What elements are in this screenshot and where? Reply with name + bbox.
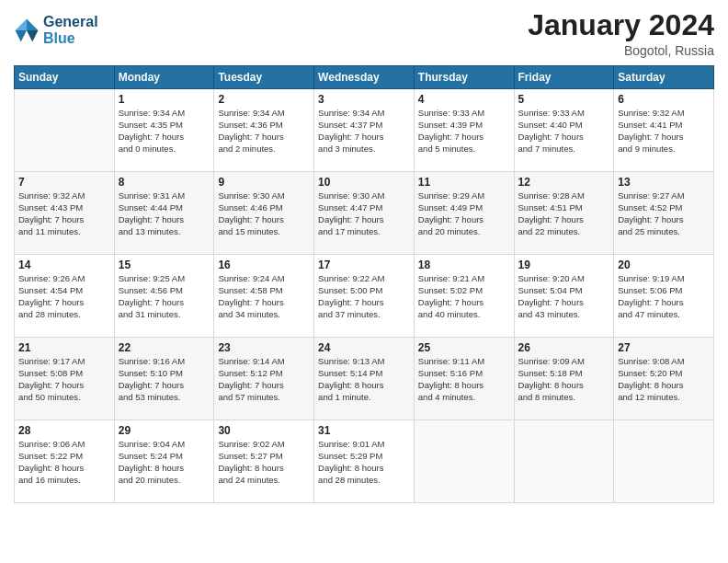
day-number: 5 xyxy=(518,93,610,106)
day-number: 18 xyxy=(418,259,510,271)
day-header-monday: Monday xyxy=(114,66,214,89)
logo: General Blue xyxy=(14,14,98,46)
day-info: Sunrise: 9:04 AMSunset: 5:24 PMDaylight:… xyxy=(119,439,210,486)
day-number: 2 xyxy=(218,93,310,106)
calendar-cell: 10Sunrise: 9:30 AMSunset: 4:47 PMDayligh… xyxy=(314,172,415,255)
week-row-3: 14Sunrise: 9:26 AMSunset: 4:54 PMDayligh… xyxy=(15,255,714,338)
calendar-cell: 13Sunrise: 9:27 AMSunset: 4:52 PMDayligh… xyxy=(614,172,714,255)
day-info: Sunrise: 9:08 AMSunset: 5:20 PMDaylight:… xyxy=(618,356,710,403)
week-row-1: 1Sunrise: 9:34 AMSunset: 4:35 PMDaylight… xyxy=(15,89,714,172)
calendar-cell: 12Sunrise: 9:28 AMSunset: 4:51 PMDayligh… xyxy=(514,172,614,255)
day-info: Sunrise: 9:24 AMSunset: 4:58 PMDaylight:… xyxy=(218,273,310,320)
day-info: Sunrise: 9:33 AMSunset: 4:40 PMDaylight:… xyxy=(518,108,610,155)
week-row-2: 7Sunrise: 9:32 AMSunset: 4:43 PMDaylight… xyxy=(15,172,714,255)
day-number: 26 xyxy=(518,341,610,354)
days-header-row: SundayMondayTuesdayWednesdayThursdayFrid… xyxy=(15,66,714,89)
day-number: 4 xyxy=(418,93,510,106)
calendar-cell: 22Sunrise: 9:16 AMSunset: 5:10 PMDayligh… xyxy=(114,338,214,420)
calendar-cell: 7Sunrise: 9:32 AMSunset: 4:43 PMDaylight… xyxy=(15,172,115,255)
day-number: 8 xyxy=(119,176,210,189)
day-number: 24 xyxy=(318,341,410,354)
svg-marker-3 xyxy=(16,30,27,41)
calendar-cell xyxy=(514,420,614,503)
day-info: Sunrise: 9:34 AMSunset: 4:35 PMDaylight:… xyxy=(119,108,210,155)
day-number: 27 xyxy=(618,341,710,354)
day-number: 1 xyxy=(119,93,210,106)
calendar-cell xyxy=(414,420,514,503)
calendar-cell: 20Sunrise: 9:19 AMSunset: 5:06 PMDayligh… xyxy=(614,255,714,338)
calendar-cell: 4Sunrise: 9:33 AMSunset: 4:39 PMDaylight… xyxy=(414,89,514,172)
day-info: Sunrise: 9:31 AMSunset: 4:44 PMDaylight:… xyxy=(119,190,210,237)
day-number: 29 xyxy=(119,424,210,437)
calendar-cell: 16Sunrise: 9:24 AMSunset: 4:58 PMDayligh… xyxy=(214,255,314,338)
calendar-cell: 21Sunrise: 9:17 AMSunset: 5:08 PMDayligh… xyxy=(15,338,115,420)
calendar-cell: 31Sunrise: 9:01 AMSunset: 5:29 PMDayligh… xyxy=(314,420,415,503)
day-info: Sunrise: 9:27 AMSunset: 4:52 PMDaylight:… xyxy=(618,190,710,237)
day-info: Sunrise: 9:30 AMSunset: 4:46 PMDaylight:… xyxy=(218,190,310,237)
calendar-cell: 11Sunrise: 9:29 AMSunset: 4:49 PMDayligh… xyxy=(414,172,514,255)
calendar-cell: 27Sunrise: 9:08 AMSunset: 5:20 PMDayligh… xyxy=(614,338,714,420)
day-info: Sunrise: 9:34 AMSunset: 4:37 PMDaylight:… xyxy=(318,108,410,155)
day-info: Sunrise: 9:09 AMSunset: 5:18 PMDaylight:… xyxy=(518,356,610,403)
calendar-cell: 1Sunrise: 9:34 AMSunset: 4:35 PMDaylight… xyxy=(114,89,214,172)
calendar-cell: 6Sunrise: 9:32 AMSunset: 4:41 PMDaylight… xyxy=(614,89,714,172)
calendar-cell: 9Sunrise: 9:30 AMSunset: 4:46 PMDaylight… xyxy=(214,172,314,255)
month-title: January 2024 xyxy=(528,9,714,41)
calendar-cell: 28Sunrise: 9:06 AMSunset: 5:22 PMDayligh… xyxy=(15,420,115,503)
day-number: 28 xyxy=(18,424,110,437)
day-info: Sunrise: 9:28 AMSunset: 4:51 PMDaylight:… xyxy=(518,190,610,237)
day-number: 11 xyxy=(418,176,510,189)
svg-marker-1 xyxy=(27,30,38,41)
day-number: 10 xyxy=(318,176,410,189)
day-info: Sunrise: 9:29 AMSunset: 4:49 PMDaylight:… xyxy=(418,190,510,237)
calendar-cell: 17Sunrise: 9:22 AMSunset: 5:00 PMDayligh… xyxy=(314,255,415,338)
day-info: Sunrise: 9:16 AMSunset: 5:10 PMDaylight:… xyxy=(119,356,210,403)
day-info: Sunrise: 9:14 AMSunset: 5:12 PMDaylight:… xyxy=(218,356,310,403)
day-info: Sunrise: 9:30 AMSunset: 4:47 PMDaylight:… xyxy=(318,190,410,237)
calendar-cell: 25Sunrise: 9:11 AMSunset: 5:16 PMDayligh… xyxy=(414,338,514,420)
day-number: 19 xyxy=(518,259,610,271)
calendar-cell: 5Sunrise: 9:33 AMSunset: 4:40 PMDaylight… xyxy=(514,89,614,172)
day-info: Sunrise: 9:22 AMSunset: 5:00 PMDaylight:… xyxy=(318,273,410,320)
calendar-table: SundayMondayTuesdayWednesdayThursdayFrid… xyxy=(14,65,714,503)
page: General Blue January 2024 Bogotol, Russi… xyxy=(0,0,728,563)
day-info: Sunrise: 9:06 AMSunset: 5:22 PMDaylight:… xyxy=(18,439,110,486)
day-number: 13 xyxy=(618,176,710,189)
day-info: Sunrise: 9:32 AMSunset: 4:43 PMDaylight:… xyxy=(18,190,110,237)
day-header-tuesday: Tuesday xyxy=(214,66,314,89)
calendar-cell: 18Sunrise: 9:21 AMSunset: 5:02 PMDayligh… xyxy=(414,255,514,338)
location: Bogotol, Russia xyxy=(528,43,714,58)
day-info: Sunrise: 9:32 AMSunset: 4:41 PMDaylight:… xyxy=(618,108,710,155)
svg-marker-2 xyxy=(16,18,27,29)
day-info: Sunrise: 9:33 AMSunset: 4:39 PMDaylight:… xyxy=(418,108,510,155)
logo-blue: Blue xyxy=(43,30,98,47)
week-row-5: 28Sunrise: 9:06 AMSunset: 5:22 PMDayligh… xyxy=(15,420,714,503)
calendar-cell xyxy=(15,89,115,172)
day-number: 22 xyxy=(119,341,210,354)
day-info: Sunrise: 9:34 AMSunset: 4:36 PMDaylight:… xyxy=(218,108,310,155)
day-header-wednesday: Wednesday xyxy=(314,66,415,89)
svg-marker-0 xyxy=(27,18,38,29)
logo-icon xyxy=(14,17,40,43)
day-header-sunday: Sunday xyxy=(15,66,115,89)
day-number: 6 xyxy=(618,93,710,106)
day-number: 7 xyxy=(18,176,110,189)
day-number: 20 xyxy=(618,259,710,271)
calendar-cell: 3Sunrise: 9:34 AMSunset: 4:37 PMDaylight… xyxy=(314,89,415,172)
day-header-friday: Friday xyxy=(514,66,614,89)
logo-general: General xyxy=(43,14,98,30)
calendar-cell: 29Sunrise: 9:04 AMSunset: 5:24 PMDayligh… xyxy=(114,420,214,503)
day-number: 21 xyxy=(18,341,110,354)
day-info: Sunrise: 9:02 AMSunset: 5:27 PMDaylight:… xyxy=(218,439,310,486)
day-number: 15 xyxy=(119,259,210,271)
day-number: 30 xyxy=(218,424,310,437)
day-info: Sunrise: 9:19 AMSunset: 5:06 PMDaylight:… xyxy=(618,273,710,320)
header: General Blue January 2024 Bogotol, Russi… xyxy=(14,9,714,58)
day-info: Sunrise: 9:21 AMSunset: 5:02 PMDaylight:… xyxy=(418,273,510,320)
day-header-thursday: Thursday xyxy=(414,66,514,89)
calendar-cell: 15Sunrise: 9:25 AMSunset: 4:56 PMDayligh… xyxy=(114,255,214,338)
day-header-saturday: Saturday xyxy=(614,66,714,89)
day-number: 9 xyxy=(218,176,310,189)
day-info: Sunrise: 9:26 AMSunset: 4:54 PMDaylight:… xyxy=(18,273,110,320)
title-block: January 2024 Bogotol, Russia xyxy=(528,9,714,58)
